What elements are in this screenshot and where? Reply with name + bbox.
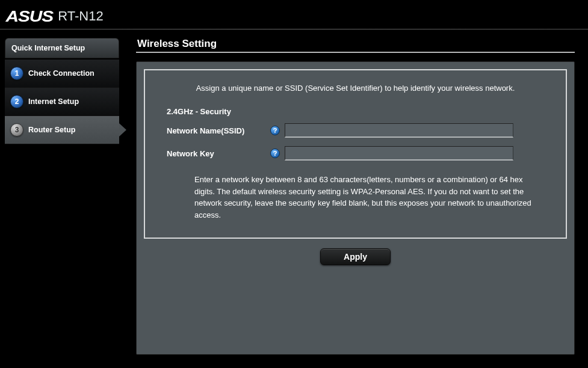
page-title: Wireless Setting	[136, 38, 575, 50]
settings-panel-inner: Assign a unique name or SSID (Service Se…	[144, 69, 567, 239]
help-icon[interactable]: ?	[270, 149, 280, 158]
step-list: 1 Check Connection 2 Internet Setup 3 Ro…	[5, 60, 119, 144]
network-key-input[interactable]	[285, 146, 513, 161]
settings-panel: Assign a unique name or SSID (Service Se…	[136, 61, 575, 355]
sidebar: Quick Internet Setup 1 Check Connection …	[0, 38, 119, 368]
help-text: Enter a network key between 8 and 63 cha…	[167, 169, 544, 221]
sidebar-item-router-setup[interactable]: 3 Router Setup	[5, 116, 119, 144]
brand-logo: ASUS	[0, 7, 53, 26]
title-underline	[136, 52, 575, 53]
help-icon[interactable]: ?	[270, 126, 280, 135]
step-number-icon: 3	[10, 123, 23, 136]
step-label: Router Setup	[28, 126, 75, 134]
step-label: Check Connection	[28, 69, 94, 78]
section-title: 2.4GHz - Security	[167, 107, 544, 116]
step-number-icon: 1	[10, 67, 23, 80]
model-name: RT-N12	[58, 8, 103, 24]
ssid-input[interactable]	[285, 123, 513, 138]
panel-description: Assign a unique name or SSID (Service Se…	[167, 84, 544, 93]
field-row-network-key: Network Key ?	[167, 146, 544, 161]
apply-button[interactable]: Apply	[320, 248, 391, 265]
apply-row: Apply	[144, 248, 567, 265]
field-row-ssid: Network Name(SSID) ?	[167, 123, 544, 138]
header: ASUS RT-N12	[0, 0, 588, 29]
sidebar-item-check-connection[interactable]: 1 Check Connection	[5, 60, 119, 88]
network-key-label: Network Key	[167, 149, 265, 158]
ssid-label: Network Name(SSID)	[167, 126, 265, 135]
sidebar-title: Quick Internet Setup	[5, 38, 119, 58]
main-content: Wireless Setting Assign a unique name or…	[119, 38, 588, 368]
sidebar-item-internet-setup[interactable]: 2 Internet Setup	[5, 88, 119, 116]
step-number-icon: 2	[10, 95, 23, 108]
step-label: Internet Setup	[28, 97, 79, 106]
